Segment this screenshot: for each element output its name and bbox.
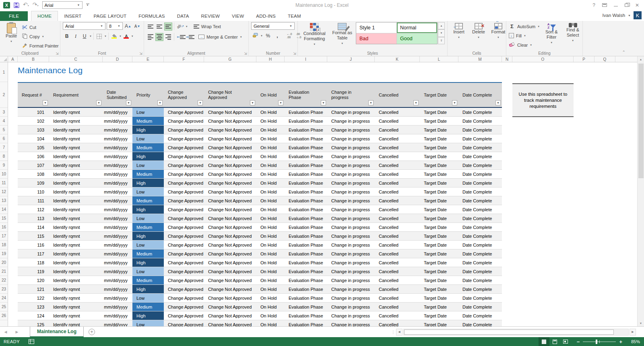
cell-on_hold[interactable]: On Hold (256, 241, 285, 249)
tab-formulas[interactable]: FORMULAS (132, 11, 171, 21)
cell-request[interactable]: 115 (18, 232, 49, 240)
cell-target[interactable]: Target Date (420, 134, 458, 143)
prev-sheet-icon[interactable]: ◀ (0, 327, 11, 337)
merge-center-button[interactable]: ↔ Merge & Center▼ (198, 33, 242, 41)
cell-in_progress[interactable]: Change in progress (327, 108, 375, 116)
cell-change_approved[interactable]: Change Approved (164, 187, 204, 196)
cell-requirement[interactable]: Identify rqmnt (49, 258, 103, 267)
accounting-options-icon[interactable]: ▼ (260, 35, 263, 37)
cell-priority-high[interactable]: High (132, 311, 164, 320)
cell-on_hold[interactable]: On Hold (256, 214, 285, 222)
row-header-14[interactable]: 14 (0, 205, 8, 214)
cell-complete[interactable]: Date Complete (458, 276, 502, 284)
cell-complete[interactable]: Date Complete (458, 294, 502, 302)
cell-change_approved[interactable]: Change Approved (164, 311, 204, 320)
cell-evaluation[interactable]: Evaluation Phase (285, 205, 327, 214)
cell-date[interactable]: mm/dd/yyyy (103, 267, 132, 276)
cell-complete[interactable]: Date Complete (458, 320, 502, 326)
cell-request[interactable]: 110 (18, 187, 49, 196)
cell-change_approved[interactable]: Change Approved (164, 196, 204, 205)
filter-button-date[interactable]: ▼ (126, 100, 131, 105)
cell-evaluation[interactable]: Evaluation Phase (285, 108, 327, 116)
cell-change_approved[interactable]: Change Approved (164, 303, 204, 311)
cell-requirement[interactable]: Identify rqmnt (49, 241, 103, 249)
cell-target[interactable]: Target Date (420, 170, 458, 178)
fill-color-options-icon[interactable]: ▼ (119, 35, 122, 37)
scroll-right-icon[interactable]: ▶ (630, 329, 636, 336)
cell-requirement[interactable]: Identify rqmnt (49, 143, 103, 152)
cell-date[interactable]: mm/dd/yyyy (103, 187, 132, 196)
normal-view-button[interactable] (539, 337, 549, 346)
cell-complete[interactable]: Date Complete (458, 241, 502, 249)
cell-change_approved[interactable]: Change Approved (164, 223, 204, 231)
cell-cancelled[interactable]: Cancelled (375, 285, 420, 293)
cell-complete[interactable]: Date Complete (458, 117, 502, 125)
cell-target[interactable]: Target Date (420, 152, 458, 161)
cell-requirement[interactable]: Identify rqmnt (49, 161, 103, 169)
cell-evaluation[interactable]: Evaluation Phase (285, 249, 327, 258)
cell-date[interactable]: mm/dd/yyyy (103, 311, 132, 320)
cell-evaluation[interactable]: Evaluation Phase (285, 179, 327, 187)
fill-button[interactable]: ↓ Fill▼ (509, 31, 540, 40)
cell-in_progress[interactable]: Change in progress (327, 258, 375, 267)
cell-on_hold[interactable]: On Hold (256, 187, 285, 196)
cell-in_progress[interactable]: Change in progress (327, 126, 375, 134)
cell-priority-low[interactable]: Low (132, 187, 164, 196)
cell-change_not_approved[interactable]: Change Not Approved (204, 170, 256, 178)
cell-change_approved[interactable]: Change Approved (164, 152, 204, 161)
zoom-slider-thumb[interactable] (596, 340, 597, 344)
cell-evaluation[interactable]: Evaluation Phase (285, 241, 327, 249)
cell-request[interactable]: 124 (18, 311, 49, 320)
cell-on_hold[interactable]: On Hold (256, 161, 285, 169)
close-icon[interactable]: ✕ (635, 3, 639, 8)
cell-on_hold[interactable]: On Hold (256, 126, 285, 134)
page-break-view-button[interactable] (560, 337, 571, 346)
gallery-more-icon[interactable]: ⊽ (438, 37, 445, 44)
cell-cancelled[interactable]: Cancelled (375, 276, 420, 284)
style-normal[interactable]: Normal (397, 23, 437, 33)
cell-change_not_approved[interactable]: Change Not Approved (204, 205, 256, 214)
cell-cancelled[interactable]: Cancelled (375, 196, 420, 205)
cell-evaluation[interactable]: Evaluation Phase (285, 196, 327, 205)
filter-button-change_not_approved[interactable]: ▼ (250, 100, 255, 105)
cell-date[interactable]: mm/dd/yyyy (103, 179, 132, 187)
format-as-table-button[interactable]: Format as Table ▼ (330, 22, 354, 47)
cell-date[interactable]: mm/dd/yyyy (103, 285, 132, 293)
column-header-L[interactable]: L (420, 56, 458, 62)
filter-button-change_approved[interactable]: ▼ (198, 100, 203, 105)
row-header-15[interactable]: 15 (0, 214, 8, 223)
cell-requirement[interactable]: Identify rqmnt (49, 108, 103, 116)
cell-date[interactable]: mm/dd/yyyy (103, 152, 132, 161)
row-header-6[interactable]: 6 (0, 134, 8, 143)
cell-target[interactable]: Target Date (420, 108, 458, 116)
gallery-down-icon[interactable]: ▼ (438, 29, 445, 37)
style-style-1[interactable]: Style 1 (356, 23, 396, 33)
filter-button-cancelled[interactable]: ▼ (413, 100, 419, 105)
cell-requirement[interactable]: Identify rqmnt (49, 179, 103, 187)
cell-change_approved[interactable]: Change Approved (164, 241, 204, 249)
cell-cancelled[interactable]: Cancelled (375, 249, 420, 258)
number-dialog-launcher[interactable]: ⇲ (293, 51, 297, 56)
cell-on_hold[interactable]: On Hold (256, 320, 285, 326)
table-header-complete[interactable]: Date Complete▼ (458, 83, 502, 107)
cell-on_hold[interactable]: On Hold (256, 108, 285, 116)
cell-change_not_approved[interactable]: Change Not Approved (204, 187, 256, 196)
cell-change_not_approved[interactable]: Change Not Approved (204, 232, 256, 240)
cell-complete[interactable]: Date Complete (458, 311, 502, 320)
table-header-change_approved[interactable]: Change Approved▼ (164, 83, 204, 107)
cell-requirement[interactable]: Identify rqmnt (49, 320, 103, 326)
table-header-target[interactable]: Target Date▼ (420, 83, 458, 107)
cell-evaluation[interactable]: Evaluation Phase (285, 134, 327, 143)
decrease-font-icon[interactable]: A▼ (133, 22, 141, 30)
tab-page-layout[interactable]: PAGE LAYOUT (88, 11, 133, 21)
font-family-combo[interactable]: Arial▼ (63, 22, 105, 30)
macro-record-icon[interactable] (29, 339, 34, 344)
clipboard-dialog-launcher[interactable]: ⇲ (55, 51, 59, 56)
cell-evaluation[interactable]: Evaluation Phase (285, 170, 327, 178)
column-header-H[interactable]: H (256, 56, 285, 62)
cell-priority-medium[interactable]: Medium (132, 276, 164, 284)
delete-cells-button[interactable]: ✕ Delete▼ (470, 22, 487, 41)
page-layout-view-button[interactable] (549, 337, 560, 346)
cell-requirement[interactable]: Identify rqmnt (49, 249, 103, 258)
cell-cancelled[interactable]: Cancelled (375, 117, 420, 125)
